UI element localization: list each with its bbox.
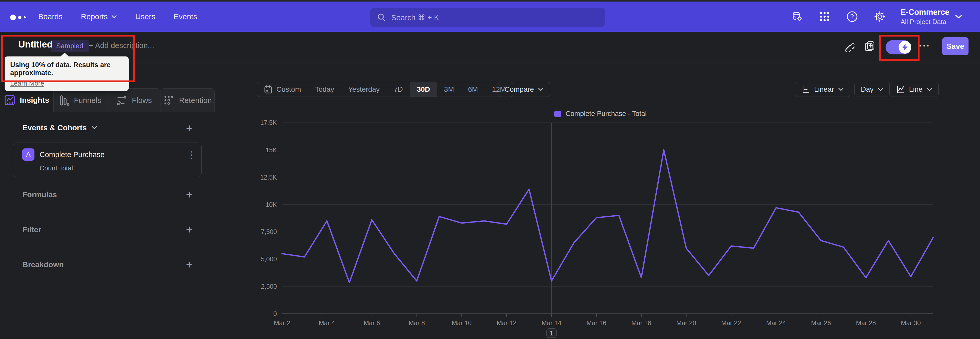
search-input[interactable]: Search ⌘ + K — [370, 8, 605, 27]
range-today[interactable]: Today — [308, 82, 341, 97]
sampled-badge[interactable]: Sampled — [51, 40, 89, 52]
tooltip-caret — [60, 53, 69, 57]
project-scope: All Project Data — [900, 18, 950, 26]
range-label: Custom — [277, 85, 301, 93]
nav-item-boards[interactable]: Boards — [38, 12, 62, 21]
x-tick-label: Mar 16 — [587, 319, 606, 326]
range-label: 30D — [417, 85, 430, 93]
y-tick-label: 7,500 — [261, 228, 277, 235]
tab-label: Insights — [20, 96, 49, 104]
range-label: 7D — [394, 85, 403, 93]
x-tick-label: Mar 26 — [811, 319, 831, 326]
range-label: Yesterday — [348, 85, 380, 93]
x-tick-label: Mar 22 — [721, 319, 741, 326]
range-custom[interactable]: Custom — [257, 82, 308, 97]
compare-button[interactable]: Compare — [498, 82, 550, 97]
y-tick-label: 15K — [266, 146, 277, 154]
logo-dot — [18, 16, 21, 19]
more-menu-button[interactable]: ⋯ — [918, 38, 931, 52]
interval-select[interactable]: Day — [854, 82, 890, 97]
x-tick-label: Mar 28 — [856, 319, 876, 326]
report-tabs: InsightsFunnelsFlowsRetention — [0, 88, 215, 112]
x-tick-label: Mar 14 — [542, 319, 562, 326]
line-chart-icon — [896, 85, 905, 94]
add-to-board-icon[interactable] — [863, 40, 877, 53]
add-breakdown-button[interactable]: + — [183, 258, 196, 270]
learn-more-link[interactable]: Learn More — [10, 80, 123, 87]
line-chart[interactable]: 02,5005,0007,50010K12.5K15K17.5K1Mar 2Ma… — [215, 110, 980, 339]
x-tick-label: Mar 4 — [319, 319, 335, 326]
x-tick-label: Mar 18 — [632, 319, 651, 326]
range-3m[interactable]: 3M — [437, 82, 461, 97]
tab-flows[interactable]: Flows — [107, 88, 161, 112]
copy-link-icon[interactable] — [842, 40, 856, 53]
x-tick-label: Mar 8 — [409, 319, 425, 326]
compare-label: Compare — [504, 85, 534, 93]
chevron-down-icon — [878, 88, 883, 91]
chevron-down-icon — [538, 88, 544, 91]
tab-retention[interactable]: Retention — [161, 88, 215, 112]
y-tick-label: 2,500 — [261, 283, 277, 290]
lightning-bolt-icon — [902, 43, 908, 51]
report-title[interactable]: Untitled — [18, 39, 52, 50]
range-label: Today — [315, 85, 334, 93]
y-tick-label: 10K — [266, 201, 277, 208]
x-tick-label: Mar 24 — [766, 319, 786, 326]
event-kebab-menu[interactable]: ⋮ — [186, 149, 196, 160]
range-7d[interactable]: 7D — [387, 82, 410, 97]
settings-gear-icon[interactable] — [873, 10, 886, 23]
add-filter-button[interactable]: + — [183, 223, 196, 235]
event-name[interactable]: Complete Purchase — [40, 150, 105, 159]
nav-item-users[interactable]: Users — [135, 12, 155, 21]
chart-type-select[interactable]: Line — [890, 82, 939, 97]
tab-label: Retention — [179, 96, 212, 105]
event-metric[interactable]: Count Total — [40, 164, 73, 172]
events-cohorts-header[interactable]: Events & Cohorts — [22, 123, 97, 132]
legend-swatch — [554, 110, 561, 117]
range-label: 6M — [468, 85, 478, 93]
project-switcher[interactable]: E-Commerce All Project Data — [900, 8, 962, 26]
flows-icon — [116, 95, 127, 106]
chevron-down-icon — [91, 126, 97, 130]
range-30d[interactable]: 30D — [410, 82, 437, 97]
tooltip-text: Using 10% of data. Results are approxima… — [10, 61, 123, 77]
range-yesterday[interactable]: Yesterday — [341, 82, 387, 97]
top-nav: BoardsReportsUsersEvents Search ⌘ + K ? — [0, 2, 980, 32]
series-line[interactable] — [282, 150, 933, 283]
data-management-icon[interactable] — [791, 10, 803, 23]
search-icon — [377, 13, 386, 22]
tab-label: Funnels — [74, 96, 101, 105]
tab-insights[interactable]: Insights — [0, 88, 53, 112]
add-event-button[interactable]: + — [183, 122, 196, 134]
nav-item-reports[interactable]: Reports — [81, 12, 117, 21]
y-tick-label: 12.5K — [260, 174, 277, 181]
x-tick-label: Mar 10 — [452, 319, 472, 326]
svg-text:?: ? — [850, 13, 854, 21]
nav-item-events[interactable]: Events — [173, 12, 197, 21]
nav-items: BoardsReportsUsersEvents — [38, 2, 197, 32]
event-letter-badge: A — [22, 149, 35, 161]
apps-grid-icon[interactable] — [818, 10, 831, 23]
x-tick-label: Mar 30 — [901, 319, 921, 326]
sampling-toggle[interactable] — [886, 40, 911, 54]
nav-item-label: Events — [173, 12, 197, 21]
chart-type-label: Line — [909, 85, 923, 93]
event-card[interactable]: A Complete Purchase ⋮ Count Total — [13, 142, 202, 177]
add-description[interactable]: + Add description... — [89, 41, 154, 50]
help-icon[interactable]: ? — [845, 10, 859, 23]
nav-item-label: Boards — [38, 12, 62, 21]
scale-select[interactable]: Linear — [795, 82, 850, 97]
chevron-down-icon — [955, 14, 962, 19]
y-tick-label: 17.5K — [260, 119, 277, 126]
save-button[interactable]: Save — [942, 37, 969, 55]
nav-item-label: Users — [135, 12, 155, 21]
y-tick-label: 0 — [273, 310, 277, 317]
sampling-tooltip: Using 10% of data. Results are approxima… — [5, 56, 129, 91]
nav-item-label: Reports — [81, 12, 108, 21]
add-formulas-button[interactable]: + — [183, 188, 196, 200]
range-6m[interactable]: 6M — [461, 82, 485, 97]
x-tick-label: Mar 2 — [274, 319, 290, 326]
tab-funnels[interactable]: Funnels — [53, 88, 107, 112]
x-tick-label: Mar 20 — [676, 319, 696, 326]
mixpanel-logo[interactable] — [10, 13, 26, 22]
